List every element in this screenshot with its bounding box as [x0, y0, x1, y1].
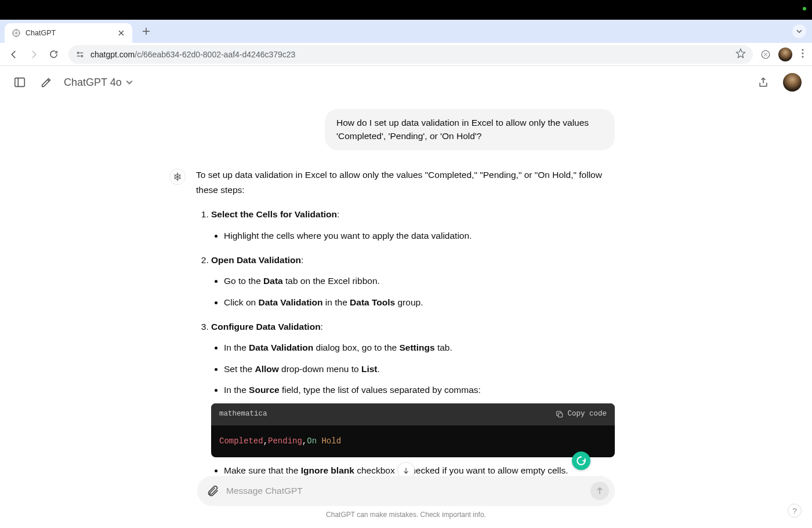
code-content: Completed,Pending,On Hold [211, 425, 615, 458]
code-block: mathematicaCopy codeCompleted,Pending,On… [211, 403, 615, 457]
nav-reload-button[interactable] [45, 46, 61, 63]
step-title: Configure Data Validation: [211, 322, 323, 332]
svg-rect-9 [15, 78, 25, 87]
svg-point-3 [81, 55, 83, 57]
share-button[interactable] [754, 73, 773, 92]
browser-tab-chatgpt[interactable]: ChatGPT [5, 23, 132, 43]
svg-rect-12 [559, 413, 563, 417]
chatgpt-header: ChatGPT 4o [0, 66, 812, 99]
tab-title: ChatGPT [26, 29, 113, 37]
favicon-chatgpt-icon [12, 28, 21, 38]
tab-overflow-button[interactable] [792, 24, 806, 38]
step-bullet: Set the Allow drop-down menu to List. [224, 362, 615, 377]
browser-more-button[interactable] [799, 49, 806, 60]
assistant-message: To set up data validation in Excel to al… [196, 167, 615, 476]
attach-button[interactable] [206, 485, 219, 497]
step-title: Select the Cells for Validation: [211, 209, 339, 219]
grammarly-badge-icon[interactable] [572, 451, 590, 470]
help-button[interactable]: ? [788, 504, 802, 518]
step-bullet: In the Data Validation dialog box, go to… [224, 340, 615, 355]
url-text: chatgpt.com/c/66eab634-62d0-8002-aaf4-d4… [90, 50, 730, 59]
url-input[interactable]: chatgpt.com/c/66eab634-62d0-8002-aaf4-d4… [68, 45, 753, 64]
assistant-intro: To set up data validation in Excel to al… [196, 167, 615, 198]
site-settings-icon[interactable] [75, 50, 85, 59]
step-bullet: Click on Data Validation in the Data Too… [224, 295, 615, 310]
code-header: mathematicaCopy code [211, 403, 615, 425]
bookmark-star-icon[interactable] [735, 48, 746, 61]
step-bullets: Highlight the cells where you want to ap… [211, 228, 615, 243]
step-bullets: Go to the Data tab on the Excel ribbon.C… [211, 274, 615, 310]
user-message: How do I set up data validation in Excel… [325, 109, 615, 150]
message-input[interactable] [226, 486, 583, 496]
svg-point-7 [802, 52, 804, 54]
step-item: Open Data Validation:Go to the Data tab … [211, 253, 615, 310]
svg-point-1 [77, 52, 79, 54]
system-top-bar [0, 0, 812, 20]
browser-tab-strip: ChatGPT [0, 20, 812, 43]
send-button[interactable] [590, 482, 609, 500]
step-bullet: Make sure that the Ignore blank checkbox… [224, 463, 615, 476]
assistant-steps-list: Select the Cells for Validation:Highligh… [196, 207, 615, 476]
code-lang-label: mathematica [219, 408, 267, 420]
svg-point-8 [802, 56, 804, 57]
status-dot-icon [803, 7, 806, 10]
bottom-area: ChatGPT can make mistakes. Check importa… [0, 476, 812, 528]
scroll-to-bottom-button[interactable] [397, 462, 415, 476]
copy-code-button[interactable]: Copy code [556, 408, 607, 420]
new-tab-button[interactable] [139, 24, 153, 38]
sidebar-toggle-button[interactable] [10, 73, 29, 92]
step-bullet: In the Source field, type the list of va… [224, 383, 615, 398]
svg-point-6 [802, 49, 804, 50]
step-bullets: In the Data Validation dialog box, go to… [211, 340, 615, 398]
disclaimer-text: ChatGPT can make mistakes. Check importa… [326, 511, 486, 519]
nav-forward-button[interactable] [26, 46, 42, 63]
assistant-message-wrapper: To set up data validation in Excel to al… [197, 167, 615, 476]
step-item: Select the Cells for Validation:Highligh… [211, 207, 615, 243]
user-avatar[interactable] [783, 73, 802, 92]
conversation: How do I set up data validation in Excel… [197, 99, 615, 476]
chevron-down-icon [125, 78, 133, 86]
tab-close-button[interactable] [117, 29, 125, 37]
extension-icon[interactable] [760, 49, 771, 60]
user-message-wrapper: How do I set up data validation in Excel… [197, 109, 615, 150]
chat-scroll-area[interactable]: How do I set up data validation in Excel… [0, 99, 812, 476]
nav-back-button[interactable] [6, 46, 22, 63]
browser-profile-avatar[interactable] [778, 48, 792, 61]
model-selector[interactable]: ChatGPT 4o [64, 77, 133, 89]
new-chat-button[interactable] [37, 73, 56, 92]
browser-url-bar: chatgpt.com/c/66eab634-62d0-8002-aaf4-d4… [0, 43, 812, 66]
model-name-label: ChatGPT 4o [64, 77, 122, 89]
assistant-avatar-icon [169, 169, 186, 185]
step-bullet: Go to the Data tab on the Excel ribbon. [224, 274, 615, 289]
step-bullet: Highlight the cells where you want to ap… [224, 228, 615, 243]
input-container [197, 476, 615, 506]
step-title: Open Data Validation: [211, 255, 303, 265]
step-item: Configure Data Validation:In the Data Va… [211, 319, 615, 476]
